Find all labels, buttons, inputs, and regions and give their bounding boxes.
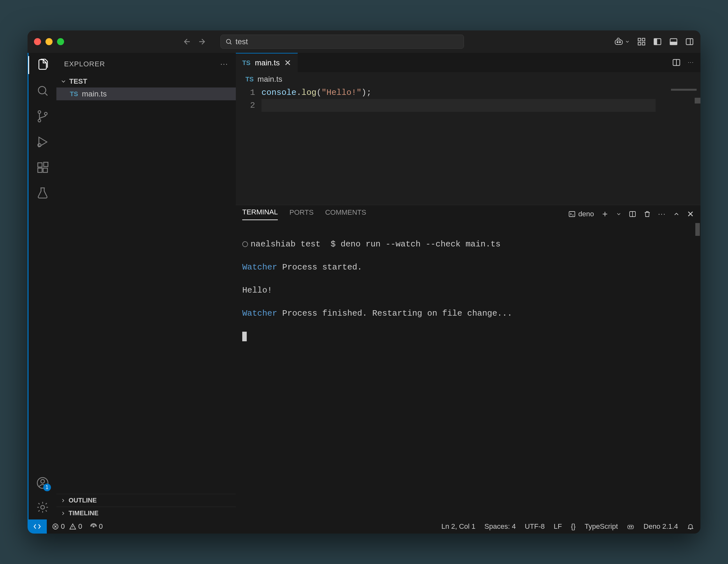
copilot-button[interactable] — [614, 37, 630, 46]
terminal-line: Hello! — [242, 285, 694, 296]
sidebar-title: EXPLORER — [64, 60, 105, 68]
panel-tab-comments[interactable]: COMMENTS — [325, 208, 366, 220]
terminal-scrollbar[interactable] — [695, 223, 700, 236]
status-copilot[interactable] — [627, 523, 634, 530]
status-eol[interactable]: LF — [554, 522, 562, 531]
activity-explorer[interactable] — [35, 57, 50, 73]
terminal-profile-button[interactable]: deno — [568, 210, 594, 218]
minimap[interactable] — [656, 86, 700, 205]
file-row-main-ts[interactable]: TS main.ts — [56, 87, 236, 100]
svg-rect-21 — [43, 168, 47, 172]
plus-icon — [601, 210, 609, 218]
activity-extensions[interactable] — [35, 160, 50, 175]
close-window-button[interactable] — [34, 38, 41, 45]
split-editor-button[interactable] — [672, 58, 681, 67]
status-cursor-position[interactable]: Ln 2, Col 1 — [441, 522, 475, 531]
titlebar-actions — [614, 37, 694, 46]
editor-tab-actions: ··· — [672, 53, 700, 72]
nav-forward-button[interactable] — [196, 36, 208, 47]
activity-search[interactable] — [35, 83, 50, 98]
beaker-icon — [36, 187, 49, 200]
chevron-right-icon — [60, 510, 66, 516]
kill-terminal-button[interactable] — [643, 210, 651, 218]
panel-tab-ports[interactable]: PORTS — [289, 208, 313, 220]
timeline-label: TIMELINE — [69, 510, 98, 517]
editor-more-button[interactable]: ··· — [688, 60, 694, 65]
chevron-up-icon — [673, 211, 680, 218]
timeline-section[interactable]: TIMELINE — [56, 507, 236, 519]
split-terminal-button[interactable] — [629, 210, 636, 218]
terminal-line — [242, 331, 694, 342]
panel-more-button[interactable]: ··· — [658, 210, 666, 218]
activity-accounts[interactable]: 1 — [35, 475, 50, 491]
chevron-right-icon — [60, 498, 66, 503]
outline-section[interactable]: OUTLINE — [56, 494, 236, 507]
typescript-icon: TS — [242, 59, 251, 67]
svg-point-0 — [227, 39, 231, 44]
svg-rect-12 — [686, 39, 693, 45]
svg-point-15 — [38, 111, 40, 113]
code-line-2 — [261, 99, 656, 112]
status-brackets[interactable]: {} — [571, 522, 576, 531]
toggle-secondary-sidebar-button[interactable] — [685, 37, 694, 46]
terminal-content[interactable]: naelshiab test $ deno run --watch --chec… — [236, 223, 700, 519]
status-encoding[interactable]: UTF-8 — [525, 522, 545, 531]
tab-label: main.ts — [255, 58, 280, 67]
layout-customize-button[interactable] — [637, 37, 646, 46]
tab-close-button[interactable]: ✕ — [284, 58, 291, 68]
code-editor[interactable]: 1 2 console.log("Hello!"); — [236, 86, 700, 205]
maximize-panel-button[interactable] — [673, 211, 680, 218]
minimize-window-button[interactable] — [45, 38, 53, 45]
editor-area: TS main.ts ✕ ··· TS main.ts 1 2 — [236, 53, 700, 519]
svg-point-3 — [619, 41, 621, 43]
svg-point-16 — [38, 119, 40, 122]
nav-back-button[interactable] — [181, 36, 193, 47]
toggle-panel-button[interactable] — [669, 37, 678, 46]
files-icon — [36, 59, 49, 71]
toggle-sidebar-button[interactable] — [653, 37, 662, 46]
activity-source-control[interactable] — [35, 109, 50, 124]
terminal-dropdown-button[interactable] — [616, 211, 622, 217]
panel: TERMINAL PORTS COMMENTS deno — [236, 205, 700, 519]
svg-rect-33 — [628, 525, 633, 529]
activity-testing[interactable] — [35, 186, 50, 201]
sidebar-bottom-sections: OUTLINE TIMELINE — [56, 494, 236, 519]
status-ports[interactable]: 0 — [90, 522, 103, 531]
activity-settings[interactable] — [35, 500, 50, 515]
tab-main-ts[interactable]: TS main.ts ✕ — [236, 53, 298, 72]
bell-icon — [687, 523, 694, 530]
titlebar: test — [28, 30, 700, 53]
panel-actions: deno ··· — [568, 209, 694, 219]
svg-point-17 — [44, 112, 47, 115]
svg-rect-5 — [642, 38, 645, 41]
play-bug-icon — [36, 136, 49, 148]
status-language[interactable]: TypeScript — [584, 522, 618, 531]
body-area: 1 EXPLORER ··· TEST TS main.ts — [28, 53, 700, 519]
maximize-window-button[interactable] — [57, 38, 64, 45]
command-center-search[interactable]: test — [220, 35, 464, 49]
status-indentation[interactable]: Spaces: 4 — [484, 522, 516, 531]
terminal-line: Watcher Process started. — [242, 261, 694, 273]
status-left: 0 0 0 — [47, 522, 103, 531]
sidebar-folder-header[interactable]: TEST — [56, 75, 236, 87]
nav-arrows — [181, 36, 208, 47]
minimap-content — [671, 89, 697, 91]
account-badge: 1 — [43, 484, 51, 491]
typescript-icon: TS — [245, 76, 254, 83]
status-deno[interactable]: Deno 2.1.4 — [643, 522, 678, 531]
sidebar-more-button[interactable]: ··· — [220, 60, 228, 68]
antenna-icon — [90, 523, 97, 530]
new-terminal-button[interactable] — [601, 210, 609, 218]
svg-rect-1 — [615, 40, 623, 45]
close-panel-button[interactable]: ✕ — [687, 209, 694, 219]
status-notifications[interactable] — [687, 523, 694, 530]
vscode-window: test — [28, 30, 700, 534]
status-problems[interactable]: 0 0 — [52, 522, 82, 531]
terminal-icon — [568, 210, 576, 218]
status-right: Ln 2, Col 1 Spaces: 4 UTF-8 LF {} TypeSc… — [441, 522, 700, 531]
remote-indicator[interactable] — [28, 519, 47, 534]
branch-icon — [36, 110, 49, 123]
panel-tab-terminal[interactable]: TERMINAL — [242, 208, 278, 220]
activity-run-debug[interactable] — [35, 134, 50, 150]
breadcrumb[interactable]: TS main.ts — [236, 72, 700, 86]
